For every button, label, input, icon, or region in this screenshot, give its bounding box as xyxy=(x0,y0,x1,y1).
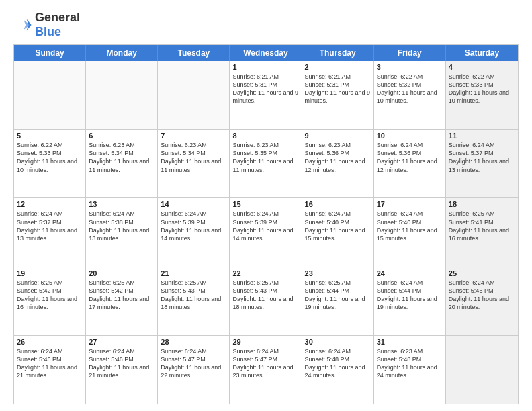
calendar-body: 1Sunrise: 6:21 AM Sunset: 5:31 PM Daylig… xyxy=(14,61,518,404)
day-info: Sunrise: 6:23 AM Sunset: 5:34 PM Dayligh… xyxy=(89,141,154,174)
day-info: Sunrise: 6:24 AM Sunset: 5:48 PM Dayligh… xyxy=(305,347,371,380)
day-info: Sunrise: 6:24 AM Sunset: 5:46 PM Dayligh… xyxy=(89,347,154,380)
empty-cell xyxy=(446,336,518,404)
day-info: Sunrise: 6:24 AM Sunset: 5:44 PM Dayligh… xyxy=(377,279,443,312)
day-number: 21 xyxy=(161,269,226,277)
day-info: Sunrise: 6:23 AM Sunset: 5:34 PM Dayligh… xyxy=(161,141,226,174)
day-number: 18 xyxy=(449,200,515,208)
day-cell-20: 20Sunrise: 6:25 AM Sunset: 5:42 PM Dayli… xyxy=(86,267,158,335)
day-cell-23: 23Sunrise: 6:25 AM Sunset: 5:44 PM Dayli… xyxy=(302,267,374,335)
day-info: Sunrise: 6:22 AM Sunset: 5:32 PM Dayligh… xyxy=(377,73,443,105)
day-number: 27 xyxy=(89,338,154,346)
day-info: Sunrise: 6:23 AM Sunset: 5:36 PM Dayligh… xyxy=(305,141,371,174)
day-info: Sunrise: 6:23 AM Sunset: 5:48 PM Dayligh… xyxy=(377,347,443,380)
day-number: 31 xyxy=(377,338,443,346)
week-row-3: 12Sunrise: 6:24 AM Sunset: 5:37 PM Dayli… xyxy=(14,198,518,267)
day-cell-11: 11Sunrise: 6:24 AM Sunset: 5:37 PM Dayli… xyxy=(446,130,518,197)
day-info: Sunrise: 6:24 AM Sunset: 5:40 PM Dayligh… xyxy=(305,210,371,242)
day-cell-28: 28Sunrise: 6:24 AM Sunset: 5:47 PM Dayli… xyxy=(158,336,230,404)
day-cell-27: 27Sunrise: 6:24 AM Sunset: 5:46 PM Dayli… xyxy=(86,336,158,404)
day-number: 9 xyxy=(305,132,371,140)
day-cell-6: 6Sunrise: 6:23 AM Sunset: 5:34 PM Daylig… xyxy=(86,130,158,197)
day-info: Sunrise: 6:25 AM Sunset: 5:43 PM Dayligh… xyxy=(232,279,298,312)
day-number: 14 xyxy=(161,200,226,208)
day-cell-13: 13Sunrise: 6:24 AM Sunset: 5:38 PM Dayli… xyxy=(86,198,158,266)
day-number: 12 xyxy=(17,200,83,208)
week-row-5: 26Sunrise: 6:24 AM Sunset: 5:46 PM Dayli… xyxy=(14,336,518,404)
week-row-2: 5Sunrise: 6:22 AM Sunset: 5:33 PM Daylig… xyxy=(14,130,518,198)
day-cell-22: 22Sunrise: 6:25 AM Sunset: 5:43 PM Dayli… xyxy=(230,267,302,335)
day-number: 2 xyxy=(305,63,371,71)
day-info: Sunrise: 6:24 AM Sunset: 5:47 PM Dayligh… xyxy=(232,347,298,380)
day-info: Sunrise: 6:24 AM Sunset: 5:37 PM Dayligh… xyxy=(449,141,515,174)
day-number: 16 xyxy=(305,200,371,208)
empty-cell xyxy=(86,61,158,129)
header-friday: Friday xyxy=(374,45,446,61)
empty-cell xyxy=(14,61,86,129)
day-number: 28 xyxy=(161,338,226,346)
day-number: 7 xyxy=(161,132,226,140)
day-number: 11 xyxy=(449,132,515,140)
header-thursday: Thursday xyxy=(302,45,374,61)
week-row-1: 1Sunrise: 6:21 AM Sunset: 5:31 PM Daylig… xyxy=(14,61,518,130)
day-cell-19: 19Sunrise: 6:25 AM Sunset: 5:42 PM Dayli… xyxy=(14,267,86,335)
day-number: 5 xyxy=(17,132,83,140)
day-cell-3: 3Sunrise: 6:22 AM Sunset: 5:32 PM Daylig… xyxy=(374,61,446,129)
day-info: Sunrise: 6:24 AM Sunset: 5:39 PM Dayligh… xyxy=(161,210,226,242)
day-cell-18: 18Sunrise: 6:25 AM Sunset: 5:41 PM Dayli… xyxy=(446,198,518,266)
day-cell-5: 5Sunrise: 6:22 AM Sunset: 5:33 PM Daylig… xyxy=(14,130,86,197)
day-cell-9: 9Sunrise: 6:23 AM Sunset: 5:36 PM Daylig… xyxy=(302,130,374,197)
generalblue-logo-icon xyxy=(13,15,32,34)
header-monday: Monday xyxy=(86,45,158,61)
day-info: Sunrise: 6:24 AM Sunset: 5:47 PM Dayligh… xyxy=(161,347,226,380)
day-cell-7: 7Sunrise: 6:23 AM Sunset: 5:34 PM Daylig… xyxy=(158,130,230,197)
day-number: 19 xyxy=(17,269,83,277)
day-cell-12: 12Sunrise: 6:24 AM Sunset: 5:37 PM Dayli… xyxy=(14,198,86,266)
day-info: Sunrise: 6:24 AM Sunset: 5:46 PM Dayligh… xyxy=(17,347,83,380)
day-number: 17 xyxy=(377,200,443,208)
day-cell-16: 16Sunrise: 6:24 AM Sunset: 5:40 PM Dayli… xyxy=(302,198,374,266)
day-number: 8 xyxy=(232,132,298,140)
day-info: Sunrise: 6:23 AM Sunset: 5:35 PM Dayligh… xyxy=(232,141,298,174)
day-cell-4: 4Sunrise: 6:22 AM Sunset: 5:33 PM Daylig… xyxy=(446,61,518,129)
header-sunday: Sunday xyxy=(14,45,86,61)
empty-cell xyxy=(158,61,230,129)
day-number: 20 xyxy=(89,269,154,277)
logo-blue: Blue xyxy=(35,25,61,38)
header-wednesday: Wednesday xyxy=(230,45,302,61)
day-number: 6 xyxy=(89,132,154,140)
day-info: Sunrise: 6:24 AM Sunset: 5:37 PM Dayligh… xyxy=(17,210,83,242)
day-cell-24: 24Sunrise: 6:24 AM Sunset: 5:44 PM Dayli… xyxy=(374,267,446,335)
day-info: Sunrise: 6:22 AM Sunset: 5:33 PM Dayligh… xyxy=(17,141,83,174)
day-info: Sunrise: 6:24 AM Sunset: 5:36 PM Dayligh… xyxy=(377,141,443,174)
day-number: 26 xyxy=(17,338,83,346)
day-info: Sunrise: 6:24 AM Sunset: 5:38 PM Dayligh… xyxy=(89,210,154,242)
day-number: 29 xyxy=(232,338,298,346)
day-info: Sunrise: 6:24 AM Sunset: 5:40 PM Dayligh… xyxy=(377,210,443,242)
day-cell-17: 17Sunrise: 6:24 AM Sunset: 5:40 PM Dayli… xyxy=(374,198,446,266)
calendar-header: SundayMondayTuesdayWednesdayThursdayFrid… xyxy=(14,45,518,61)
day-cell-26: 26Sunrise: 6:24 AM Sunset: 5:46 PM Dayli… xyxy=(14,336,86,404)
day-cell-25: 25Sunrise: 6:24 AM Sunset: 5:45 PM Dayli… xyxy=(446,267,518,335)
day-cell-29: 29Sunrise: 6:24 AM Sunset: 5:47 PM Dayli… xyxy=(230,336,302,404)
header: General Blue xyxy=(13,11,519,39)
header-tuesday: Tuesday xyxy=(158,45,230,61)
day-cell-2: 2Sunrise: 6:21 AM Sunset: 5:31 PM Daylig… xyxy=(302,61,374,129)
day-number: 4 xyxy=(449,63,515,71)
page: General Blue SundayMondayTuesdayWednesda… xyxy=(0,0,532,411)
day-cell-30: 30Sunrise: 6:24 AM Sunset: 5:48 PM Dayli… xyxy=(302,336,374,404)
day-number: 13 xyxy=(89,200,154,208)
day-cell-15: 15Sunrise: 6:24 AM Sunset: 5:39 PM Dayli… xyxy=(230,198,302,266)
day-info: Sunrise: 6:21 AM Sunset: 5:31 PM Dayligh… xyxy=(305,73,371,105)
day-info: Sunrise: 6:24 AM Sunset: 5:45 PM Dayligh… xyxy=(449,279,515,312)
header-saturday: Saturday xyxy=(446,45,518,61)
day-cell-21: 21Sunrise: 6:25 AM Sunset: 5:43 PM Dayli… xyxy=(158,267,230,335)
day-info: Sunrise: 6:21 AM Sunset: 5:31 PM Dayligh… xyxy=(232,73,298,105)
week-row-4: 19Sunrise: 6:25 AM Sunset: 5:42 PM Dayli… xyxy=(14,267,518,336)
day-cell-31: 31Sunrise: 6:23 AM Sunset: 5:48 PM Dayli… xyxy=(374,336,446,404)
day-number: 24 xyxy=(377,269,443,277)
day-number: 15 xyxy=(232,200,298,208)
day-cell-10: 10Sunrise: 6:24 AM Sunset: 5:36 PM Dayli… xyxy=(374,130,446,197)
day-info: Sunrise: 6:24 AM Sunset: 5:39 PM Dayligh… xyxy=(232,210,298,242)
day-cell-1: 1Sunrise: 6:21 AM Sunset: 5:31 PM Daylig… xyxy=(230,61,302,129)
